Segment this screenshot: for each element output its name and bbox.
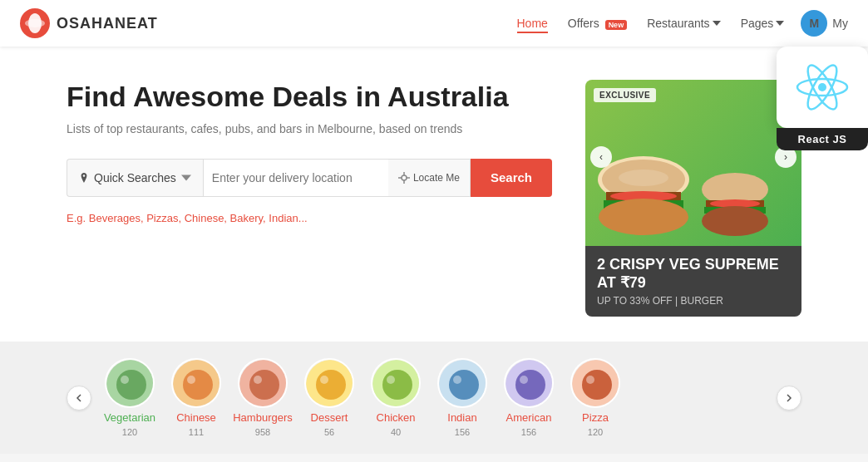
svg-point-2 bbox=[25, 19, 45, 27]
exclusive-badge: EXCLUSIVE bbox=[594, 88, 656, 102]
category-img-indian bbox=[437, 358, 487, 408]
nav-item-home[interactable]: Home bbox=[517, 16, 548, 31]
category-img-vegetarian bbox=[105, 358, 155, 408]
category-count-hamburgers: 958 bbox=[255, 427, 270, 437]
avatar: M bbox=[801, 10, 827, 37]
quick-searches-button[interactable]: Quick Searches bbox=[67, 159, 203, 197]
svg-point-41 bbox=[453, 376, 461, 384]
carousel-subtitle: UP TO 33% OFF | BURGER bbox=[597, 295, 790, 307]
category-item-chicken[interactable]: Chicken 40 bbox=[366, 358, 426, 437]
category-name-hamburgers: Hamburgers bbox=[233, 411, 293, 424]
suggestions: E.g. Beverages, Pizzas, Chinese, Bakery,… bbox=[67, 212, 552, 224]
category-icon-vegetarian bbox=[106, 360, 155, 408]
category-name-chinese: Chinese bbox=[176, 411, 216, 424]
nav-item-offers[interactable]: Offers New bbox=[568, 16, 627, 31]
svg-point-34 bbox=[316, 370, 346, 400]
svg-point-20 bbox=[818, 83, 826, 91]
locate-me-button[interactable]: Locate Me bbox=[388, 159, 471, 197]
hero-section: Find Awesome Deals in Australia Lists of… bbox=[0, 47, 868, 342]
carousel-prev-button[interactable]: ‹ bbox=[590, 146, 612, 168]
category-icon-american bbox=[506, 360, 554, 408]
nav-link-pages[interactable]: Pages bbox=[741, 17, 785, 30]
category-item-chinese[interactable]: Chinese 111 bbox=[166, 358, 226, 437]
svg-point-46 bbox=[582, 370, 612, 400]
hero-carousel: EXCLUSIVE bbox=[585, 80, 801, 317]
category-item-hamburgers[interactable]: Hamburgers 958 bbox=[233, 358, 293, 437]
category-count-chicken: 40 bbox=[391, 427, 401, 437]
carousel-image: EXCLUSIVE bbox=[585, 80, 801, 246]
location-input[interactable] bbox=[212, 171, 380, 184]
category-count-american: 156 bbox=[521, 427, 536, 437]
category-item-vegetarian[interactable]: Vegetarian 120 bbox=[100, 358, 160, 437]
category-item-indian[interactable]: Indian 156 bbox=[432, 358, 492, 437]
category-name-vegetarian: Vegetarian bbox=[104, 411, 155, 424]
search-bar: Quick Searches Locate Me Search bbox=[67, 159, 552, 197]
logo[interactable]: OSAHANEAT bbox=[20, 8, 158, 38]
category-name-indian: Indian bbox=[447, 411, 476, 424]
react-badge-label: React JS bbox=[777, 128, 868, 150]
category-icon-chicken bbox=[372, 360, 421, 408]
category-img-pizza bbox=[570, 358, 620, 408]
svg-point-13 bbox=[599, 199, 688, 235]
carousel-burgers bbox=[585, 146, 781, 246]
svg-point-31 bbox=[249, 370, 279, 400]
hero-left: Find Awesome Deals in Australia Lists of… bbox=[67, 80, 552, 317]
scroll-right-button[interactable] bbox=[777, 386, 801, 410]
svg-point-37 bbox=[382, 370, 412, 400]
categories-list: Vegetarian 120 Chinese 111 Hamburger bbox=[91, 355, 777, 440]
scroll-left-button[interactable] bbox=[67, 386, 91, 410]
category-name-dessert: Dessert bbox=[311, 411, 348, 424]
category-item-dessert[interactable]: Dessert 56 bbox=[299, 358, 359, 437]
logo-text: OSAHANEAT bbox=[57, 15, 158, 32]
nav-item-restaurants[interactable]: Restaurants bbox=[647, 17, 720, 30]
svg-point-47 bbox=[586, 376, 594, 384]
carousel-title: 2 CRISPY VEG SUPREME AT ₹79 bbox=[597, 256, 790, 292]
nav-user[interactable]: M My bbox=[801, 10, 848, 37]
chevron-down-icon bbox=[181, 173, 191, 183]
categories-section: Vegetarian 120 Chinese 111 Hamburger bbox=[0, 342, 868, 454]
carousel-info: 2 CRISPY VEG SUPREME AT ₹79 UP TO 33% OF… bbox=[585, 246, 801, 317]
react-icon bbox=[793, 58, 851, 116]
category-icon-indian bbox=[439, 360, 487, 408]
chevron-down-icon bbox=[713, 19, 721, 27]
hero-subtitle: Lists of top restaurants, cafes, pubs, a… bbox=[67, 122, 552, 135]
nav-link-offers[interactable]: Offers New bbox=[568, 17, 627, 30]
chevron-down-icon bbox=[776, 19, 784, 27]
hero-title: Find Awesome Deals in Australia bbox=[67, 80, 552, 114]
category-count-pizza: 120 bbox=[588, 427, 603, 437]
category-img-hamburgers bbox=[238, 358, 288, 408]
navbar: OSAHANEAT Home Offers New Restaurants Pa… bbox=[0, 0, 868, 47]
category-icon-pizza bbox=[572, 360, 620, 408]
location-icon bbox=[79, 173, 89, 183]
svg-point-3 bbox=[402, 175, 407, 180]
svg-point-28 bbox=[183, 370, 213, 400]
category-img-american bbox=[504, 358, 554, 408]
svg-point-25 bbox=[116, 370, 146, 400]
nav-link-home[interactable]: Home bbox=[517, 17, 548, 33]
category-img-chicken bbox=[371, 358, 421, 408]
category-name-pizza: Pizza bbox=[582, 411, 609, 424]
category-icon-dessert bbox=[306, 360, 354, 408]
nav-item-pages[interactable]: Pages bbox=[741, 17, 785, 30]
category-img-chinese bbox=[171, 358, 221, 408]
category-name-american: American bbox=[506, 411, 552, 424]
svg-point-43 bbox=[515, 370, 545, 400]
chevron-left-icon bbox=[75, 394, 83, 402]
category-item-pizza[interactable]: Pizza 120 bbox=[565, 358, 625, 437]
svg-point-38 bbox=[387, 376, 395, 384]
crosshair-icon bbox=[398, 172, 410, 184]
category-item-american[interactable]: American 156 bbox=[499, 358, 559, 437]
svg-point-19 bbox=[702, 206, 768, 236]
offers-badge: New bbox=[605, 20, 628, 30]
burger1-image bbox=[594, 155, 693, 238]
category-icon-chinese bbox=[173, 360, 221, 408]
burger2-image bbox=[698, 171, 772, 238]
category-count-chinese: 111 bbox=[189, 427, 204, 437]
react-badge: React JS bbox=[777, 47, 868, 150]
search-button[interactable]: Search bbox=[471, 159, 552, 197]
svg-point-40 bbox=[449, 370, 479, 400]
logo-icon bbox=[20, 8, 50, 38]
svg-point-26 bbox=[121, 376, 129, 384]
category-count-dessert: 56 bbox=[324, 427, 334, 437]
nav-link-restaurants[interactable]: Restaurants bbox=[647, 17, 720, 30]
